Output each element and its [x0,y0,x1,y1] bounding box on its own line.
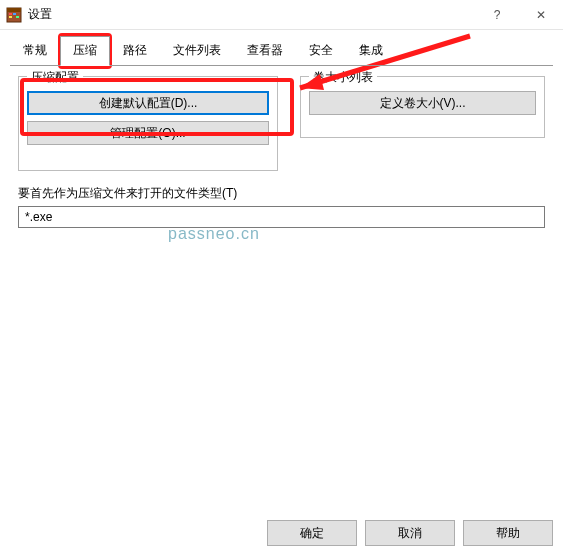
titlebar: 设置 ? ✕ [0,0,563,30]
filetype-label: 要首先作为压缩文件来打开的文件类型(T) [18,185,545,202]
window-title: 设置 [28,6,475,23]
create-default-profile-button[interactable]: 创建默认配置(D)... [27,91,269,115]
ok-button[interactable]: 确定 [267,520,357,546]
svg-rect-5 [9,16,12,18]
tab-content: 压缩配置 创建默认配置(D)... 管理配置(O)... 卷大小列表 定义卷大小… [0,66,563,506]
help-button[interactable]: ? [475,0,519,30]
group-compress-profiles: 压缩配置 创建默认配置(D)... 管理配置(O)... [18,76,278,171]
tab-security[interactable]: 安全 [296,36,346,66]
tab-path[interactable]: 路径 [110,36,160,66]
close-button[interactable]: ✕ [519,0,563,30]
close-icon: ✕ [536,8,546,22]
svg-rect-4 [16,16,19,18]
cancel-button[interactable]: 取消 [365,520,455,546]
svg-rect-1 [7,8,21,12]
tab-general[interactable]: 常规 [10,36,60,66]
manage-profiles-button[interactable]: 管理配置(O)... [27,121,269,145]
app-icon [6,7,22,23]
svg-rect-3 [13,13,16,15]
tab-compress[interactable]: 压缩 [60,36,110,66]
group-volume-title: 卷大小列表 [309,69,377,86]
help-footer-button[interactable]: 帮助 [463,520,553,546]
define-volume-size-button[interactable]: 定义卷大小(V)... [309,91,536,115]
help-icon: ? [494,8,501,22]
tab-integration[interactable]: 集成 [346,36,396,66]
tab-strip: 常规 压缩 路径 文件列表 查看器 安全 集成 [0,30,563,66]
svg-rect-2 [9,13,12,15]
dialog-footer: 确定 取消 帮助 [267,520,553,546]
filetype-input[interactable] [18,206,545,228]
group-volume-list: 卷大小列表 定义卷大小(V)... [300,76,545,138]
group-compress-title: 压缩配置 [27,69,83,86]
tab-filelist[interactable]: 文件列表 [160,36,234,66]
tab-viewer[interactable]: 查看器 [234,36,296,66]
